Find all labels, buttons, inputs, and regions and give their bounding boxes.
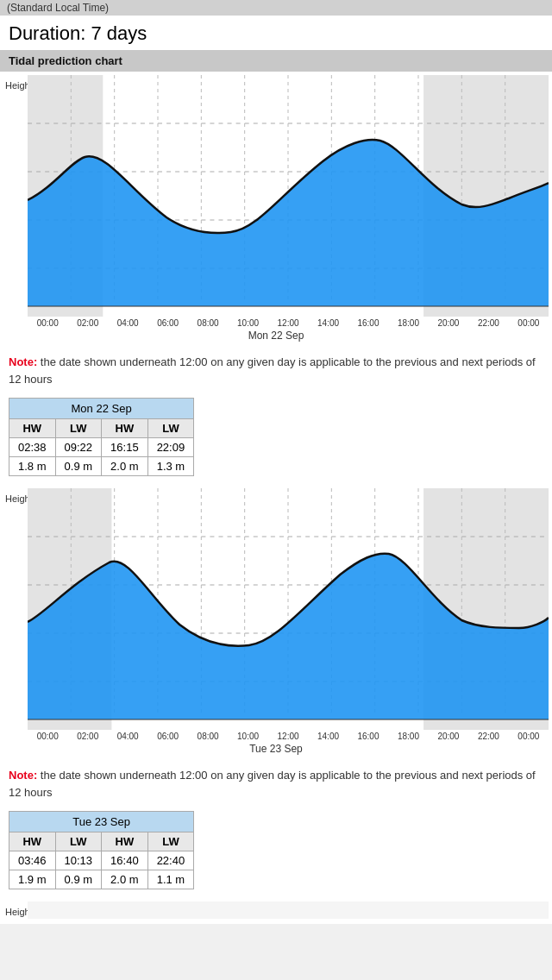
chart-title-1: Tidal prediction chart — [9, 54, 122, 67]
col-lw1-2: LW — [55, 832, 102, 851]
note-text-2: the date shown underneath 12:00 on any g… — [9, 769, 536, 799]
chart-title-bar-1: Tidal prediction chart — [0, 50, 552, 72]
height-lw2-1: 1.3 m — [147, 457, 194, 476]
timezone-label: (Standard Local Time) — [7, 2, 109, 14]
col-hw2-1: HW — [102, 419, 148, 438]
chart-container-2: Height (m) © Crown Copyright 2014 — [0, 485, 552, 760]
chart-area-1: 2.5 2.0 1.5 1.0 0.5 0.0 — [28, 75, 549, 317]
tidal-table-2: Tue 23 Sep HW LW HW LW 03:46 10:13 16:40… — [0, 807, 552, 898]
x-axis-labels-1: 00:00 02:00 04:00 06:00 08:00 10:00 12:0… — [28, 317, 549, 330]
height-lw2-2: 1.1 m — [147, 870, 194, 889]
height-hw2-2: 2.0 m — [102, 870, 148, 889]
chart-section-1: Tidal prediction chart Height (m) © Crow… — [0, 50, 552, 347]
table-row-times-2: 03:46 10:13 16:40 22:40 — [9, 851, 194, 870]
chart-container-3: Height (m) © Crown Copyright 2014 — [0, 898, 552, 924]
height-hw1-2: 1.9 m — [9, 870, 56, 889]
note-section-2: Note: the date shown underneath 12:00 on… — [0, 760, 552, 807]
chart-container-1: Height (m) © Crown Copyright 2014 — [0, 72, 552, 347]
time-lw1-1: 09:22 — [55, 438, 102, 457]
chart-section-2: Height (m) © Crown Copyright 2014 — [0, 485, 552, 760]
time-hw2-2: 16:40 — [102, 851, 148, 870]
col-lw2-2: LW — [147, 832, 194, 851]
chart-area-3 — [28, 901, 549, 919]
col-lw2-1: LW — [147, 419, 194, 438]
note-text-1: the date shown underneath 12:00 on any g… — [9, 355, 536, 386]
time-lw2-1: 22:09 — [147, 438, 194, 457]
duration-header: Duration: 7 days — [0, 16, 552, 50]
tidal-data-table-1: Mon 22 Sep HW LW HW LW 02:38 09:22 16:15… — [9, 398, 194, 476]
chart-section-3: Height (m) © Crown Copyright 2014 — [0, 898, 552, 924]
time-hw1-1: 02:38 — [9, 438, 56, 457]
height-lw1-2: 0.9 m — [55, 870, 102, 889]
col-lw1-1: LW — [55, 419, 102, 438]
chart-svg-2: 2.5 2.0 1.5 1.0 0.5 0.0 — [28, 488, 549, 730]
table-row-times-1: 02:38 09:22 16:15 22:09 — [9, 438, 194, 457]
tidal-table-1: Mon 22 Sep HW LW HW LW 02:38 09:22 16:15… — [0, 394, 552, 485]
height-lw1-1: 0.9 m — [55, 457, 102, 476]
col-hw2-2: HW — [102, 832, 148, 851]
height-hw2-1: 2.0 m — [102, 457, 148, 476]
table-date-header-1: Mon 22 Sep — [9, 399, 194, 419]
note-bold-1: Note: — [9, 355, 37, 368]
col-hw1-1: HW — [9, 419, 56, 438]
time-lw1-2: 10:13 — [55, 851, 102, 870]
col-hw1-2: HW — [9, 832, 56, 851]
x-axis-labels-2: 00:00 02:00 04:00 06:00 08:00 10:00 12:0… — [28, 730, 549, 743]
chart-area-2: 2.5 2.0 1.5 1.0 0.5 0.0 — [28, 488, 549, 730]
time-hw1-2: 03:46 — [9, 851, 56, 870]
chart-svg-1: 2.5 2.0 1.5 1.0 0.5 0.0 — [28, 75, 549, 317]
time-lw2-2: 22:40 — [147, 851, 194, 870]
tidal-data-table-2: Tue 23 Sep HW LW HW LW 03:46 10:13 16:40… — [9, 811, 194, 889]
note-bold-2: Note: — [9, 769, 37, 782]
top-bar: (Standard Local Time) — [0, 0, 552, 16]
page-title: Duration: 7 days — [9, 22, 147, 44]
chart-date-label-2: Tue 23 Sep — [0, 743, 552, 760]
note-section-1: Note: the date shown underneath 12:00 on… — [0, 347, 552, 394]
table-row-heights-2: 1.9 m 0.9 m 2.0 m 1.1 m — [9, 870, 194, 889]
time-hw2-1: 16:15 — [102, 438, 148, 457]
table-date-header-2: Tue 23 Sep — [9, 812, 194, 832]
height-hw1-1: 1.8 m — [9, 457, 56, 476]
chart-date-label-1: Mon 22 Sep — [0, 330, 552, 347]
table-row-heights-1: 1.8 m 0.9 m 2.0 m 1.3 m — [9, 457, 194, 476]
